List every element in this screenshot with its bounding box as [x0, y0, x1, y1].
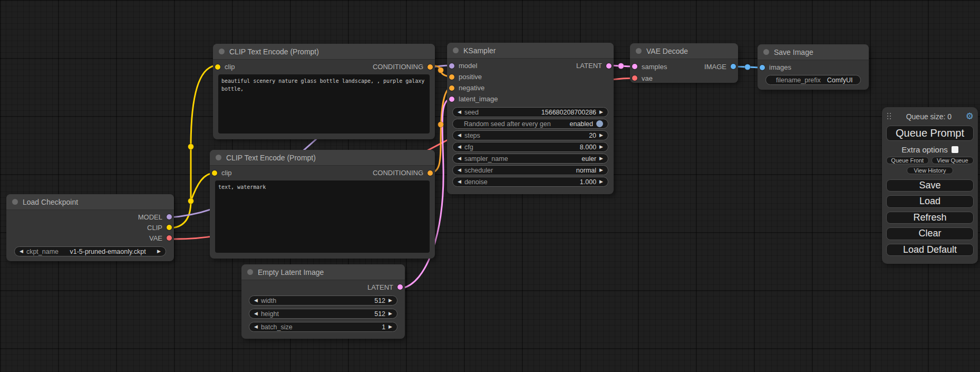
- vae-output-port[interactable]: [167, 235, 172, 241]
- negative-prompt-textarea[interactable]: text, watermark: [215, 180, 430, 253]
- output-slot-vae[interactable]: VAE: [6, 233, 174, 243]
- next-arrow-icon[interactable]: ▶: [599, 156, 603, 161]
- samples-input-port[interactable]: [632, 64, 637, 69]
- prev-arrow-icon[interactable]: ◀: [254, 298, 258, 303]
- drag-handle-icon[interactable]: [887, 113, 892, 120]
- conditioning-output-port[interactable]: [428, 170, 433, 176]
- positive-prompt-textarea[interactable]: beautiful scenery nature glass bottle la…: [218, 74, 430, 133]
- negative-input-port[interactable]: [449, 85, 454, 91]
- prev-arrow-icon[interactable]: ◀: [458, 179, 461, 184]
- batch-size-widget[interactable]: ◀ batch_size 1 ▶: [249, 322, 397, 332]
- reroute-dot-latent[interactable]: [618, 63, 624, 69]
- queue-panel[interactable]: Queue size: 0 ⚙ Queue Prompt Extra optio…: [882, 107, 978, 264]
- collapse-dot-icon[interactable]: [763, 49, 769, 55]
- toggle-enabled-icon[interactable]: [596, 120, 603, 127]
- sampler-name-widget[interactable]: ◀ sampler_name euler ▶: [452, 154, 608, 164]
- load-default-button[interactable]: Load Default: [886, 244, 974, 256]
- prev-arrow-icon[interactable]: ◀: [458, 110, 461, 115]
- prev-arrow-icon[interactable]: ◀: [254, 311, 258, 316]
- filename-prefix-widget[interactable]: filename_prefix ComfyUI: [765, 75, 861, 85]
- vae-input-port[interactable]: [632, 75, 637, 81]
- clip-input-port[interactable]: [212, 170, 217, 176]
- next-arrow-icon[interactable]: ▶: [599, 110, 603, 115]
- node-titlebar[interactable]: Save Image: [758, 44, 869, 60]
- save-button[interactable]: Save: [886, 179, 974, 192]
- reroute-dot-clip-upper[interactable]: [188, 144, 194, 150]
- queue-front-button[interactable]: Queue Front: [886, 157, 929, 164]
- next-arrow-icon[interactable]: ▶: [599, 133, 603, 138]
- images-input-port[interactable]: [760, 65, 765, 70]
- reroute-dot-clip-lower[interactable]: [188, 198, 194, 204]
- queue-prompt-button[interactable]: Queue Prompt: [886, 126, 974, 141]
- reroute-dot-image[interactable]: [745, 64, 751, 70]
- node-clip-text-encode-negative[interactable]: CLIP Text Encode (Prompt) clip CONDITION…: [210, 150, 435, 259]
- conditioning-output-port[interactable]: [428, 64, 433, 70]
- collapse-dot-icon[interactable]: [453, 47, 459, 53]
- clear-button[interactable]: Clear: [886, 227, 974, 240]
- refresh-button[interactable]: Refresh: [886, 212, 974, 224]
- random-seed-toggle-widget[interactable]: Random seed after every gen enabled: [452, 119, 608, 129]
- node-ksampler[interactable]: KSampler model LATENT positive negative …: [447, 43, 614, 194]
- node-titlebar[interactable]: Load Checkpoint: [6, 194, 174, 210]
- next-arrow-icon[interactable]: ▶: [389, 325, 392, 329]
- next-arrow-icon[interactable]: ▶: [599, 179, 603, 184]
- node-titlebar[interactable]: CLIP Text Encode (Prompt): [213, 44, 435, 60]
- next-arrow-icon[interactable]: ▶: [599, 168, 603, 173]
- reroute-dot-positive[interactable]: [438, 68, 444, 73]
- widget-label: denoise: [464, 178, 488, 186]
- seed-widget[interactable]: ◀ seed 156680208700286 ▶: [452, 107, 608, 117]
- view-queue-button[interactable]: View Queue: [932, 157, 974, 164]
- next-arrow-icon[interactable]: ▶: [389, 311, 392, 316]
- node-titlebar[interactable]: Empty Latent Image: [241, 264, 405, 280]
- node-title-text: KSampler: [463, 46, 496, 55]
- positive-input-port[interactable]: [449, 74, 454, 80]
- height-widget[interactable]: ◀ height 512 ▶: [249, 309, 397, 319]
- output-slot-latent[interactable]: LATENT: [241, 282, 405, 292]
- view-history-button[interactable]: View History: [907, 167, 953, 174]
- prev-arrow-icon[interactable]: ◀: [20, 249, 23, 254]
- prev-arrow-icon[interactable]: ◀: [458, 156, 461, 161]
- node-clip-text-encode-positive[interactable]: CLIP Text Encode (Prompt) clip CONDITION…: [213, 44, 435, 139]
- scheduler-widget[interactable]: ◀ scheduler normal ▶: [452, 165, 608, 175]
- widget-value: 20: [589, 132, 596, 139]
- prev-arrow-icon[interactable]: ◀: [458, 133, 461, 138]
- model-output-port[interactable]: [167, 214, 172, 220]
- cfg-widget[interactable]: ◀ cfg 8.000 ▶: [452, 142, 608, 152]
- reroute-dot-negative[interactable]: [438, 122, 444, 128]
- node-titlebar[interactable]: CLIP Text Encode (Prompt): [210, 150, 435, 166]
- prev-arrow-icon[interactable]: ◀: [254, 325, 258, 329]
- collapse-dot-icon[interactable]: [216, 155, 221, 160]
- latent-output-port[interactable]: [397, 284, 403, 290]
- collapse-dot-icon[interactable]: [12, 199, 18, 205]
- node-vae-decode[interactable]: VAE Decode samples IMAGE vae: [630, 43, 738, 83]
- latent-image-input-port[interactable]: [449, 97, 454, 102]
- output-slot-clip[interactable]: CLIP: [6, 222, 174, 233]
- next-arrow-icon[interactable]: ▶: [389, 298, 392, 303]
- image-output-port[interactable]: [731, 64, 736, 69]
- node-load-checkpoint[interactable]: Load Checkpoint MODEL CLIP VAE ◀ ckpt_na…: [6, 194, 174, 261]
- width-widget[interactable]: ◀ width 512 ▶: [249, 295, 397, 306]
- node-titlebar[interactable]: VAE Decode: [630, 43, 738, 59]
- collapse-dot-icon[interactable]: [636, 48, 642, 54]
- model-input-port[interactable]: [449, 63, 454, 69]
- node-save-image[interactable]: Save Image images filename_prefix ComfyU…: [758, 44, 869, 90]
- extra-options-checkbox[interactable]: [952, 146, 958, 153]
- node-titlebar[interactable]: KSampler: [447, 43, 614, 59]
- output-slot-model[interactable]: MODEL: [6, 212, 174, 222]
- ckpt-name-widget[interactable]: ◀ ckpt_name v1-5-pruned-emaonly.ckpt ▶: [14, 246, 166, 256]
- collapse-dot-icon[interactable]: [247, 269, 253, 275]
- next-arrow-icon[interactable]: ▶: [157, 249, 161, 254]
- steps-widget[interactable]: ◀ steps 20 ▶: [452, 130, 608, 140]
- node-empty-latent-image[interactable]: Empty Latent Image LATENT ◀ width 512 ▶ …: [241, 264, 405, 339]
- prev-arrow-icon[interactable]: ◀: [458, 168, 461, 173]
- prev-arrow-icon[interactable]: ◀: [458, 145, 461, 149]
- latent-output-port[interactable]: [606, 63, 612, 69]
- settings-gear-icon[interactable]: ⚙: [966, 112, 974, 121]
- collapse-dot-icon[interactable]: [219, 49, 225, 54]
- clip-input-port[interactable]: [215, 64, 220, 70]
- load-button[interactable]: Load: [886, 195, 974, 207]
- next-arrow-icon[interactable]: ▶: [599, 145, 603, 149]
- denoise-widget[interactable]: ◀ denoise 1.000 ▶: [452, 177, 608, 187]
- comfyui-canvas[interactable]: { "colors": { "model": "#B39DDB", "clip"…: [0, 0, 980, 372]
- clip-output-port[interactable]: [167, 225, 172, 230]
